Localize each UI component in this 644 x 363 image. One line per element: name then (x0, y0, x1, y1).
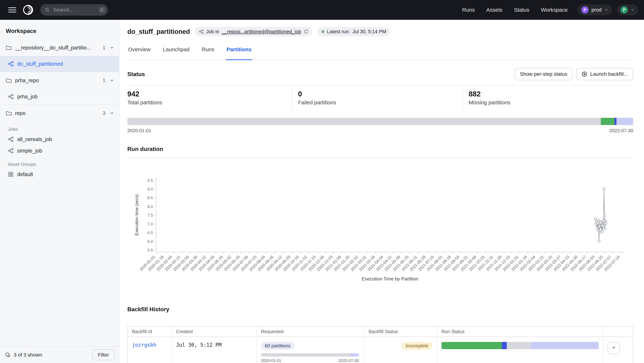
sidebar-item-repo[interactable]: repo3 (0, 105, 119, 122)
partition-range-start: 2020-01-01 (127, 128, 151, 134)
svg-text:7.5: 7.5 (147, 213, 153, 218)
main-content: do_stuff_partitioned Job in __reposi...a… (120, 20, 644, 363)
backfill-history-section: Backfill History Backfill IdCreatedReque… (127, 306, 633, 363)
folder-icon (6, 78, 12, 83)
backfill-id-link[interactable]: jozrgsbh (132, 342, 156, 348)
run-status-dot (321, 30, 324, 33)
stat-total-partitions: 942 Total partitions (127, 86, 292, 111)
sidebar-item-prha-job[interactable]: prha_job (0, 89, 119, 104)
sidebar-item-label: all_cereals_job (17, 136, 115, 142)
env-label: prod (592, 7, 602, 13)
row-expand-button[interactable] (608, 342, 620, 354)
requested-partitions-chip[interactable]: 60 partitions (261, 342, 294, 350)
job-icon (199, 29, 204, 34)
col-header-requested: Requested (256, 326, 364, 337)
backfill-created: Jul 30, 5:12 PM (176, 342, 222, 348)
refresh-icon[interactable] (304, 29, 308, 34)
sidebar-item-prha-repo[interactable]: prha_repo1 (0, 72, 119, 89)
stat-missing-partitions: 882 Missing partitions (463, 86, 633, 111)
bar-segment (531, 342, 599, 349)
job-breadcrumb-chip[interactable]: Job in __reposi...artitioned@partitioned… (195, 27, 312, 36)
tab-partitions[interactable]: Partitions (226, 46, 252, 60)
user-avatar: P (620, 6, 628, 14)
sidebar-groups: __repository__do_stuff_partitio...1do_st… (0, 40, 119, 180)
svg-text:Execution Time by Partition: Execution Time by Partition (362, 276, 418, 282)
layers-icon (5, 352, 10, 358)
nav-link-assets[interactable]: Assets (486, 7, 502, 13)
job-icon (8, 148, 14, 154)
sidebar-item-do-stuff-partitioned[interactable]: do_stuff_partitioned (0, 56, 119, 72)
col-header-run-status: Run Status (437, 326, 603, 337)
env-avatar: P (582, 6, 588, 14)
show-per-step-status-button[interactable]: Show per-step status (514, 68, 572, 80)
stat-value: 942 (127, 90, 292, 98)
chevron-down-icon (631, 8, 635, 12)
bar-segment (507, 342, 531, 349)
bar-segment (442, 342, 502, 349)
slash-shortcut-kbd: / (99, 7, 105, 13)
job-chip-link[interactable]: __reposi...artitioned@partitioned_job (222, 29, 301, 34)
bar-segment (350, 353, 359, 356)
nav-link-workspace[interactable]: Workspace (541, 7, 568, 13)
bar-segment (502, 342, 506, 349)
latest-run-chip[interactable]: Latest run: Jul 30, 5:14 PM (317, 27, 390, 36)
stat-label: Failed partitions (298, 100, 463, 106)
stat-value: 882 (468, 90, 633, 98)
chevron-down-icon[interactable] (109, 110, 115, 116)
job-tabs: OverviewLaunchpadRunsPartitions (127, 46, 633, 60)
latest-run-label: Latest run: (327, 29, 350, 34)
dagster-app: / RunsAssetsStatusWorkspace P prod P Wor… (0, 0, 644, 363)
latest-run-time[interactable]: Jul 30, 5:14 PM (352, 29, 386, 34)
bar-segment (261, 353, 350, 356)
svg-text:5.5: 5.5 (147, 248, 153, 252)
menu-button[interactable] (6, 4, 19, 16)
partition-segment-queued (616, 118, 633, 125)
launch-backfill-button[interactable]: Launch backfill... (576, 68, 633, 80)
workspace-sidebar: Workspace __repository__do_stuff_partiti… (0, 20, 120, 363)
run-duration-title: Run duration (127, 146, 633, 158)
svg-text:6.5: 6.5 (147, 230, 153, 235)
sidebar-footer: 3 of 3 shown Filter (0, 346, 119, 363)
sidebar-item-default[interactable]: default (0, 168, 119, 180)
folder-icon (6, 45, 12, 50)
chevron-down-icon[interactable] (109, 78, 115, 83)
dagster-logo[interactable] (21, 3, 35, 17)
page-header: do_stuff_partitioned Job in __reposi...a… (127, 27, 633, 36)
sidebar-group: __repository__do_stuff_partitio...1do_st… (0, 40, 119, 72)
sidebar-item-repository-do-stuff-partitio[interactable]: __repository__do_stuff_partitio...1 (0, 40, 119, 56)
count-badge: 3 (102, 110, 106, 116)
svg-text:9.0: 9.0 (147, 187, 153, 192)
user-menu[interactable]: P (617, 4, 638, 15)
svg-text:8.5: 8.5 (147, 196, 153, 200)
sidebar-item-label: simple_job (17, 148, 115, 154)
sidebar-item-label: prha_repo (15, 78, 99, 84)
sidebar-item-label: prha_job (17, 94, 115, 100)
search-input[interactable] (52, 7, 96, 13)
sidebar-item-simple-job[interactable]: simple_job (0, 145, 119, 156)
launch-backfill-label: Launch backfill... (590, 71, 628, 77)
global-search[interactable]: / (40, 4, 108, 16)
tab-launchpad[interactable]: Launchpad (162, 46, 190, 60)
sidebar-item-label: __repository__do_stuff_partitio... (15, 45, 99, 51)
tab-runs[interactable]: Runs (201, 46, 215, 60)
sidebar-item-all-cereals-job[interactable]: all_cereals_job (0, 134, 119, 145)
col-header-actions (603, 326, 633, 337)
chevron-down-icon[interactable] (109, 45, 115, 50)
stat-value: 0 (298, 90, 463, 98)
partition-date-range: 2020-01-01 2022-07-30 (127, 128, 633, 134)
partition-status-bar[interactable] (127, 118, 633, 125)
col-header-created: Created (172, 326, 256, 337)
filter-button[interactable]: Filter (92, 350, 115, 360)
stat-label: Total partitions (127, 100, 292, 106)
partition-range-end: 2022-07-30 (609, 128, 633, 134)
nav-link-runs[interactable]: Runs (462, 7, 475, 13)
run-duration-chart: 5.56.06.57.07.58.08.59.09.52020-01-01202… (127, 160, 633, 284)
run-status-bar[interactable] (442, 342, 599, 349)
nav-link-status[interactable]: Status (514, 7, 529, 13)
backfill-row-jozrgsbh: jozrgsbh Jul 30, 5:12 PM 60 partitions 2… (128, 337, 633, 363)
requested-progress-bar (261, 353, 359, 356)
hamburger-icon (8, 8, 16, 8)
tab-overview[interactable]: Overview (127, 46, 151, 60)
topnav-links: RunsAssetsStatusWorkspace (462, 7, 568, 13)
env-switcher[interactable]: P prod (578, 4, 612, 15)
